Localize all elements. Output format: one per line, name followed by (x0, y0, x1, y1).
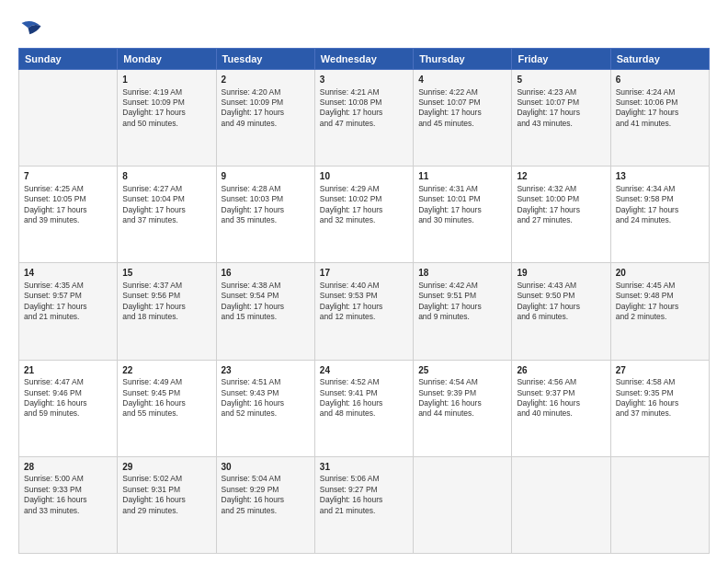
week-row-1: 1Sunrise: 4:19 AM Sunset: 10:09 PM Dayli… (19, 70, 710, 167)
day-cell: 30Sunrise: 5:04 AM Sunset: 9:29 PM Dayli… (216, 456, 314, 553)
day-cell: 27Sunrise: 4:58 AM Sunset: 9:35 PM Dayli… (610, 360, 709, 456)
week-row-5: 28Sunrise: 5:00 AM Sunset: 9:33 PM Dayli… (19, 456, 710, 553)
day-number: 2 (222, 74, 310, 86)
day-info: Sunrise: 4:25 AM Sunset: 10:05 PM Daylig… (24, 184, 112, 226)
day-cell: 16Sunrise: 4:38 AM Sunset: 9:54 PM Dayli… (216, 263, 314, 360)
day-cell: 22Sunrise: 4:49 AM Sunset: 9:45 PM Dayli… (118, 360, 216, 456)
day-cell: 13Sunrise: 4:34 AM Sunset: 9:58 PM Dayli… (610, 167, 709, 263)
day-info: Sunrise: 4:49 AM Sunset: 9:45 PM Dayligh… (122, 377, 210, 419)
day-cell: 17Sunrise: 4:40 AM Sunset: 9:53 PM Dayli… (314, 263, 413, 360)
day-number: 27 (616, 364, 704, 377)
day-number: 26 (517, 364, 605, 377)
day-cell: 4Sunrise: 4:22 AM Sunset: 10:07 PM Dayli… (414, 70, 512, 167)
header-cell-sunday: Sunday (19, 49, 118, 70)
page: SundayMondayTuesdayWednesdayThursdayFrid… (0, 0, 728, 563)
day-cell: 10Sunrise: 4:29 AM Sunset: 10:02 PM Dayl… (314, 167, 413, 263)
day-info: Sunrise: 4:43 AM Sunset: 9:50 PM Dayligh… (517, 281, 605, 323)
header-row: SundayMondayTuesdayWednesdayThursdayFrid… (19, 49, 710, 70)
day-number: 16 (222, 267, 310, 280)
day-cell: 20Sunrise: 4:45 AM Sunset: 9:48 PM Dayli… (610, 263, 709, 360)
day-number: 5 (517, 74, 605, 86)
day-cell: 2Sunrise: 4:20 AM Sunset: 10:09 PM Dayli… (216, 70, 314, 167)
day-info: Sunrise: 4:21 AM Sunset: 10:08 PM Daylig… (320, 87, 408, 130)
calendar-table: SundayMondayTuesdayWednesdayThursdayFrid… (18, 48, 710, 554)
day-info: Sunrise: 4:27 AM Sunset: 10:04 PM Daylig… (122, 184, 210, 226)
day-cell: 1Sunrise: 4:19 AM Sunset: 10:09 PM Dayli… (118, 70, 216, 167)
day-info: Sunrise: 4:24 AM Sunset: 10:06 PM Daylig… (616, 87, 704, 130)
day-info: Sunrise: 4:54 AM Sunset: 9:39 PM Dayligh… (418, 377, 506, 419)
day-cell (610, 456, 709, 553)
header (18, 17, 710, 42)
day-cell: 9Sunrise: 4:28 AM Sunset: 10:03 PM Dayli… (216, 167, 314, 263)
day-number: 30 (222, 461, 310, 474)
day-info: Sunrise: 4:34 AM Sunset: 9:58 PM Dayligh… (616, 184, 704, 226)
header-cell-saturday: Saturday (610, 49, 709, 70)
day-cell: 6Sunrise: 4:24 AM Sunset: 10:06 PM Dayli… (610, 70, 709, 167)
header-cell-wednesday: Wednesday (314, 49, 413, 70)
day-cell (19, 70, 118, 167)
day-info: Sunrise: 4:20 AM Sunset: 10:09 PM Daylig… (222, 87, 310, 130)
day-number: 6 (616, 74, 704, 86)
day-number: 31 (320, 461, 408, 474)
day-info: Sunrise: 4:38 AM Sunset: 9:54 PM Dayligh… (222, 281, 310, 323)
day-cell: 5Sunrise: 4:23 AM Sunset: 10:07 PM Dayli… (512, 70, 610, 167)
day-number: 15 (122, 267, 210, 280)
day-cell: 15Sunrise: 4:37 AM Sunset: 9:56 PM Dayli… (118, 263, 216, 360)
day-info: Sunrise: 4:22 AM Sunset: 10:07 PM Daylig… (418, 87, 506, 130)
day-info: Sunrise: 4:35 AM Sunset: 9:57 PM Dayligh… (24, 281, 112, 323)
day-cell: 29Sunrise: 5:02 AM Sunset: 9:31 PM Dayli… (118, 456, 216, 553)
day-number: 24 (320, 364, 408, 377)
day-info: Sunrise: 4:19 AM Sunset: 10:09 PM Daylig… (122, 87, 210, 130)
day-info: Sunrise: 4:28 AM Sunset: 10:03 PM Daylig… (222, 184, 310, 226)
day-info: Sunrise: 4:37 AM Sunset: 9:56 PM Dayligh… (122, 281, 210, 323)
day-cell: 11Sunrise: 4:31 AM Sunset: 10:01 PM Dayl… (414, 167, 512, 263)
day-number: 21 (24, 364, 112, 377)
day-number: 28 (24, 461, 112, 474)
header-cell-friday: Friday (512, 49, 610, 70)
day-number: 7 (24, 170, 112, 183)
day-info: Sunrise: 5:04 AM Sunset: 9:29 PM Dayligh… (222, 474, 310, 516)
week-row-3: 14Sunrise: 4:35 AM Sunset: 9:57 PM Dayli… (19, 263, 710, 360)
day-cell: 21Sunrise: 4:47 AM Sunset: 9:46 PM Dayli… (19, 360, 118, 456)
day-info: Sunrise: 4:51 AM Sunset: 9:43 PM Dayligh… (222, 377, 310, 419)
day-number: 17 (320, 267, 408, 280)
day-info: Sunrise: 4:47 AM Sunset: 9:46 PM Dayligh… (24, 377, 112, 419)
day-info: Sunrise: 4:29 AM Sunset: 10:02 PM Daylig… (320, 184, 408, 226)
day-info: Sunrise: 4:45 AM Sunset: 9:48 PM Dayligh… (616, 281, 704, 323)
day-number: 22 (122, 364, 210, 377)
day-number: 11 (418, 170, 506, 183)
day-info: Sunrise: 5:00 AM Sunset: 9:33 PM Dayligh… (24, 474, 112, 516)
day-cell: 24Sunrise: 4:52 AM Sunset: 9:41 PM Dayli… (314, 360, 413, 456)
day-cell: 14Sunrise: 4:35 AM Sunset: 9:57 PM Dayli… (19, 263, 118, 360)
day-info: Sunrise: 5:06 AM Sunset: 9:27 PM Dayligh… (320, 474, 408, 516)
day-cell: 3Sunrise: 4:21 AM Sunset: 10:08 PM Dayli… (314, 70, 413, 167)
day-cell: 19Sunrise: 4:43 AM Sunset: 9:50 PM Dayli… (512, 263, 610, 360)
day-number: 10 (320, 170, 408, 183)
day-cell: 31Sunrise: 5:06 AM Sunset: 9:27 PM Dayli… (314, 456, 413, 553)
day-info: Sunrise: 4:56 AM Sunset: 9:37 PM Dayligh… (517, 377, 605, 419)
week-row-2: 7Sunrise: 4:25 AM Sunset: 10:05 PM Dayli… (19, 167, 710, 263)
header-cell-tuesday: Tuesday (216, 49, 314, 70)
day-info: Sunrise: 4:58 AM Sunset: 9:35 PM Dayligh… (616, 377, 704, 419)
day-number: 4 (418, 74, 506, 86)
day-number: 3 (320, 74, 408, 86)
day-number: 23 (222, 364, 310, 377)
day-cell: 7Sunrise: 4:25 AM Sunset: 10:05 PM Dayli… (19, 167, 118, 263)
day-cell: 25Sunrise: 4:54 AM Sunset: 9:39 PM Dayli… (414, 360, 512, 456)
day-info: Sunrise: 5:02 AM Sunset: 9:31 PM Dayligh… (122, 474, 210, 516)
day-cell: 26Sunrise: 4:56 AM Sunset: 9:37 PM Dayli… (512, 360, 610, 456)
day-number: 13 (616, 170, 704, 183)
header-cell-monday: Monday (118, 49, 216, 70)
day-number: 18 (418, 267, 506, 280)
day-info: Sunrise: 4:52 AM Sunset: 9:41 PM Dayligh… (320, 377, 408, 419)
day-number: 12 (517, 170, 605, 183)
day-cell (512, 456, 610, 553)
logo (18, 17, 48, 42)
logo-icon (18, 17, 44, 42)
header-cell-thursday: Thursday (414, 49, 512, 70)
day-number: 1 (122, 74, 210, 86)
day-cell: 28Sunrise: 5:00 AM Sunset: 9:33 PM Dayli… (19, 456, 118, 553)
day-cell: 12Sunrise: 4:32 AM Sunset: 10:00 PM Dayl… (512, 167, 610, 263)
day-info: Sunrise: 4:31 AM Sunset: 10:01 PM Daylig… (418, 184, 506, 226)
day-info: Sunrise: 4:42 AM Sunset: 9:51 PM Dayligh… (418, 281, 506, 323)
